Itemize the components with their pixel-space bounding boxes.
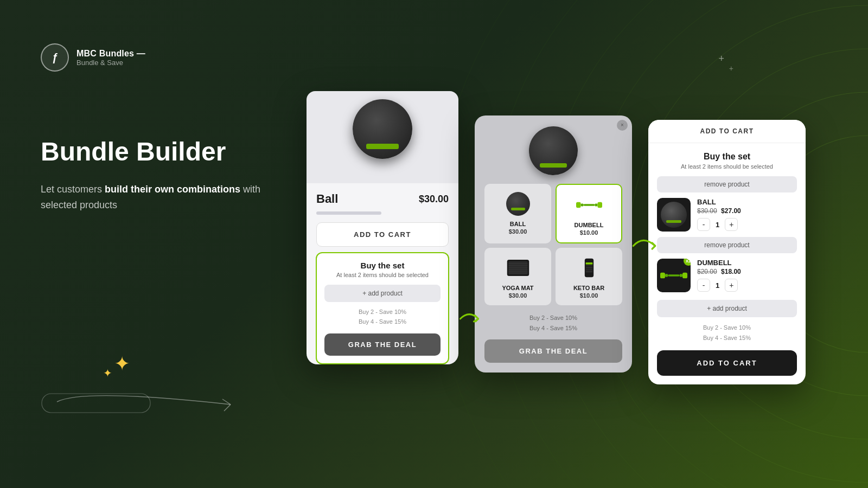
ketobar-svg [584,257,595,279]
svg-rect-15 [508,261,527,274]
card3-discount-2: Buy 4 - Save 15% [703,335,751,341]
card2-wrapper: BALL $30.00 DUMBELL [475,115,632,373]
dumbbell-qty-minus[interactable]: - [697,279,710,292]
brand-title: MBC Bundles — [76,49,145,59]
bundle-ball-image [657,198,691,232]
svg-rect-28 [660,272,665,278]
remove-product-button-1[interactable]: remove product [657,176,797,192]
product-price: $30.00 [419,194,449,205]
card3: ADD TO CART Buy the set At least 2 items… [648,120,806,384]
bundle-dumbbell-image: x2 [657,259,691,292]
plus-top-right: + [718,53,724,65]
card1-body: Ball $30.00 ADD TO CART Buy the set At l… [307,183,458,364]
hero-description: Let customers build their own combinatio… [41,182,269,213]
ball-qty-minus[interactable]: - [697,218,710,231]
ball-icon [505,190,532,217]
product-info-row: Ball $30.00 [316,192,449,206]
dumbbell-price: $10.00 [561,229,617,236]
ball-qty-control: - 1 + [697,218,797,231]
add-to-cart-button-3-top[interactable]: ADD TO CART [648,120,806,143]
ball-qty-value: 1 [716,221,719,229]
yogamat-price: $30.00 [489,292,547,299]
grid-item-yogamat[interactable]: YOGA MAT $30.00 [484,248,551,305]
ball-qty-plus[interactable]: + [725,218,738,231]
green-arrow-2 [629,231,659,263]
dumbbell-discounted-price: $18.00 [721,268,741,275]
ball-name: BALL [489,221,547,227]
svg-rect-27 [585,271,592,272]
card1-image-area [307,91,458,183]
grab-deal-button-1[interactable]: GRAB THE DEAL [324,333,441,356]
bundle-title-1: Buy the set [324,261,441,270]
mini-ball [506,192,530,216]
yogamat-svg [506,258,530,278]
svg-rect-11 [583,204,595,206]
bundle-product-dumbbell: x2 DUMBELL $20.00 $18.00 - 1 + [657,259,797,292]
ball-image [353,99,412,159]
card2-discount: Buy 2 - Save 10% Buy 4 - Save 15% [484,313,622,333]
remove-product-button-2[interactable]: remove product [657,237,797,253]
card3-bundle-subtitle: At least 2 items should be selected [657,163,797,170]
grid-item-ball[interactable]: BALL $30.00 [484,184,551,243]
ketobar-name: KETO BAR [560,285,618,291]
bundle-ball-prices: $30.00 $27.00 [697,207,797,215]
add-to-cart-button-1[interactable]: ADD TO CART [316,222,449,247]
card2-ball [529,126,578,175]
svg-rect-9 [576,202,581,208]
close-button-2[interactable]: × [617,120,628,131]
add-product-button-3[interactable]: + add product [657,300,797,317]
hero-heading: Bundle Builder [41,137,269,166]
card3-discount-1: Buy 2 - Save 10% [703,324,751,331]
card3-wrapper: ADD TO CART Buy the set At least 2 items… [648,104,806,384]
add-product-button-1[interactable]: + add product [324,285,441,302]
logo-area: ƒ MBC Bundles — Bundle & Save [41,43,269,72]
grid-item-dumbbell[interactable]: DUMBELL $10.00 [556,184,622,243]
svg-rect-23 [585,262,592,265]
dumbbell-qty-plus[interactable]: + [725,279,738,292]
rating-bar [316,211,381,215]
bundle-dumbbell-name: DUMBELL [697,259,797,267]
ketobar-price: $10.00 [560,292,618,299]
dumbbell-icon [576,191,603,219]
yogamat-icon [505,254,532,281]
svg-rect-10 [580,203,583,206]
bundle-ball-info: BALL $30.00 $27.00 - 1 + [697,198,797,231]
sparkle-large: ✦ [114,352,130,375]
svg-rect-29 [665,274,668,277]
dumbbell-qty-badge: x2 [684,259,691,266]
brand-subtitle: Bundle & Save [76,59,145,67]
dumbbell-name: DUMBELL [561,222,617,228]
logo-text: MBC Bundles — Bundle & Save [76,49,145,67]
ball-original-price: $30.00 [697,207,717,215]
bundle-ball-sphere [661,202,687,228]
ball-price: $30.00 [489,228,547,235]
bundle-section-1: Buy the set At least 2 items should be s… [316,252,449,364]
dumbbell-qty-value: 1 [716,281,719,290]
card3-bundle-title: Buy the set [657,152,797,162]
description-bold: build their own combinations [105,184,240,195]
description-plain: Let customers [41,184,105,195]
card2: BALL $30.00 DUMBELL [475,115,632,373]
bundle-dumbbell-svg [660,267,687,284]
svg-rect-25 [585,267,592,268]
plus-top-right2: + [729,64,733,73]
discount-info-1: Buy 2 - Save 10% Buy 4 - Save 15% [324,307,441,326]
svg-rect-12 [595,203,597,206]
ketobar-icon [576,254,603,281]
bundle-ball-name: BALL [697,198,797,206]
card1-wrapper: Ball $30.00 ADD TO CART Buy the set At l… [307,102,458,364]
dumbbell-qty-control: - 1 + [697,279,797,292]
product-name: Ball [316,192,338,206]
add-to-cart-button-3-bottom[interactable]: ADD TO CART [657,350,797,376]
grab-deal-button-2[interactable]: GRAB THE DEAL [484,339,622,363]
arrow-decoration [41,377,258,423]
bundle-dumbbell-prices: $20.00 $18.00 [697,268,797,275]
discount-line1: Buy 2 - Save 10% [359,309,406,315]
svg-rect-30 [668,274,679,277]
bundle-dumbbell-info: DUMBELL $20.00 $18.00 - 1 + [697,259,797,292]
ball-stripe [666,220,681,223]
yogamat-name: YOGA MAT [489,285,547,291]
grid-item-ketobar[interactable]: KETO BAR $10.00 [556,248,622,305]
svg-rect-26 [585,269,592,271]
card1: Ball $30.00 ADD TO CART Buy the set At l… [307,91,458,364]
